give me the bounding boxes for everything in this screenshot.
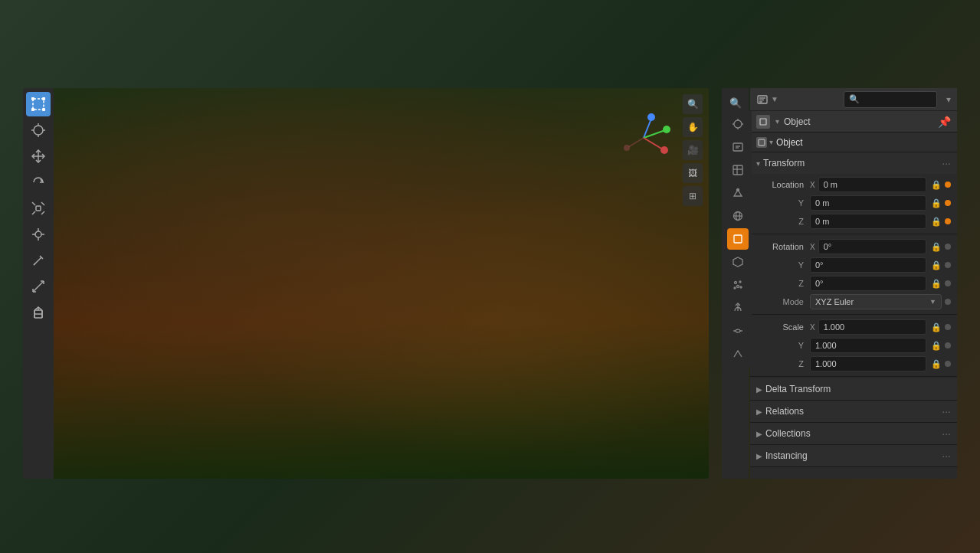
location-y-lock[interactable]: 🔒 [931, 198, 942, 208]
location-x-input[interactable]: 0 m [818, 177, 926, 192]
rotation-x-lock[interactable]: 🔒 [931, 242, 942, 252]
object-mode-dropdown[interactable]: ▾ [756, 137, 773, 148]
scale-z-row: Z 1.000 🔒 [750, 355, 957, 373]
scale-x-lock[interactable]: 🔒 [931, 322, 942, 332]
relations-header[interactable]: ▶ Relations ··· [750, 401, 957, 422]
scale-z-lock[interactable]: 🔒 [931, 359, 942, 369]
object-mode-icon [756, 137, 767, 148]
pin-icon[interactable]: 📌 [938, 116, 951, 128]
rotation-y-input[interactable]: 0° [810, 257, 926, 273]
prop-tab-scene[interactable] [727, 182, 749, 204]
transform-options[interactable]: ··· [942, 157, 951, 169]
delta-transform-header[interactable]: ▶ Delta Transform [750, 378, 957, 400]
prop-tab-world[interactable] [727, 205, 749, 227]
prop-tab-constraints[interactable] [727, 320, 749, 342]
scale-x-input[interactable]: 1.000 [818, 319, 926, 335]
relations-options[interactable]: ··· [942, 405, 951, 417]
render-button[interactable]: 🖼 [683, 163, 703, 183]
viewport-render: 🔍 ✋ 🎥 🖼 ⊞ [23, 88, 709, 479]
transform-chevron: ▾ [756, 159, 760, 168]
tool-move[interactable] [26, 144, 51, 169]
svg-rect-71 [759, 139, 765, 146]
zoom-icon-btn[interactable]: 🔍 [725, 92, 746, 113]
collections-header[interactable]: ▶ Collections ··· [750, 423, 957, 444]
svg-point-5 [660, 146, 668, 154]
scale-x-label: X [810, 323, 815, 332]
panel-header-icons: ▼ [756, 93, 839, 106]
object-type-dropdown[interactable]: ▾ [756, 115, 779, 129]
scale-z-value: 1.000 [815, 359, 837, 368]
rotation-x-label: X [810, 243, 815, 251]
camera-button[interactable]: 🎥 [683, 140, 703, 160]
svg-point-62 [740, 286, 742, 288]
panel-scene-btn[interactable]: ▼ [756, 93, 778, 106]
location-y-input[interactable]: 0 m [810, 195, 926, 211]
scale-group: Scale X 1.000 🔒 Y 1.000 🔒 [750, 316, 957, 375]
rotation-mode-dot [945, 299, 951, 305]
collections-title: Collections [765, 428, 811, 439]
scale-y-input[interactable]: 1.000 [810, 338, 926, 353]
tool-measure[interactable] [26, 274, 51, 299]
tool-select-box[interactable] [26, 92, 51, 116]
svg-line-31 [34, 263, 35, 265]
prop-tab-render[interactable] [727, 113, 749, 135]
location-y-dot [945, 200, 951, 206]
location-z-lock[interactable]: 🔒 [931, 217, 942, 227]
viewport[interactable]: 🔍 ✋ 🎥 🖼 ⊞ [23, 88, 709, 479]
tool-add-cube[interactable] [26, 300, 51, 325]
grid-button[interactable]: ⊞ [683, 186, 703, 206]
tool-annotate[interactable] [26, 248, 51, 273]
rotation-z-label: Z [756, 279, 810, 288]
relations-title: Relations [765, 406, 804, 417]
location-z-input[interactable]: 0 m [810, 214, 926, 229]
rotation-z-input[interactable]: 0° [810, 276, 926, 291]
rotation-x-input[interactable]: 0° [818, 239, 926, 254]
panel-search[interactable]: 🔍 [844, 91, 937, 108]
left-toolbar [23, 88, 54, 479]
svg-point-60 [737, 286, 739, 288]
panel-collapse-btn[interactable]: ▾ [946, 94, 951, 105]
prop-tab-physics[interactable] [727, 297, 749, 319]
scale-z-dot [945, 361, 951, 367]
delta-transform-title: Delta Transform [765, 384, 831, 394]
scale-y-lock[interactable]: 🔒 [931, 341, 942, 351]
prop-tab-modifier[interactable] [727, 251, 749, 273]
prop-tab-data[interactable] [727, 343, 749, 365]
svg-rect-50 [733, 165, 742, 175]
svg-line-23 [32, 211, 35, 214]
rotation-mode-dropdown[interactable]: XYZ Euler ▼ [810, 294, 942, 309]
scale-x-dot [945, 324, 951, 330]
rotation-group: Rotation X 0° 🔒 Y 0° 🔒 [750, 236, 957, 312]
instancing-header[interactable]: ▶ Instancing ··· [750, 445, 957, 466]
tool-cursor[interactable] [26, 118, 51, 142]
prop-tab-object[interactable] [727, 228, 749, 250]
divider-1 [750, 234, 957, 234]
svg-point-7 [624, 145, 630, 151]
prop-tab-view[interactable] [727, 159, 749, 181]
prop-tab-particles[interactable] [727, 274, 749, 296]
scale-z-label: Z [756, 359, 810, 368]
zoom-fit-button[interactable]: 🔍 [683, 94, 703, 114]
outer-background: 🔍 ✋ 🎥 🖼 ⊞ [0, 0, 980, 553]
viewport-gizmo[interactable] [613, 107, 674, 169]
rotation-y-lock[interactable]: 🔒 [931, 260, 942, 270]
panel-content[interactable]: ▾ Transform ··· Location X 0 m 🔒 Y [750, 152, 957, 479]
svg-point-11 [32, 109, 34, 111]
scale-y-value: 1.000 [815, 341, 837, 350]
transform-section-header[interactable]: ▾ Transform ··· [750, 152, 957, 174]
instancing-options[interactable]: ··· [942, 450, 951, 462]
prop-tab-output[interactable] [727, 136, 749, 158]
rotation-z-lock[interactable]: 🔒 [931, 279, 942, 289]
tool-scale[interactable] [26, 196, 51, 221]
grab-button[interactable]: ✋ [683, 117, 703, 137]
location-z-row: Z 0 m 🔒 [750, 212, 957, 231]
tool-transform[interactable] [26, 222, 51, 247]
collections-options[interactable]: ··· [942, 427, 951, 440]
tool-rotate[interactable] [26, 170, 51, 195]
character-background [23, 88, 709, 479]
properties-tabs [724, 111, 752, 367]
object-name-label: Object [784, 116, 938, 127]
svg-point-59 [739, 281, 741, 283]
scale-z-input[interactable]: 1.000 [810, 356, 926, 371]
location-x-lock[interactable]: 🔒 [931, 180, 942, 190]
